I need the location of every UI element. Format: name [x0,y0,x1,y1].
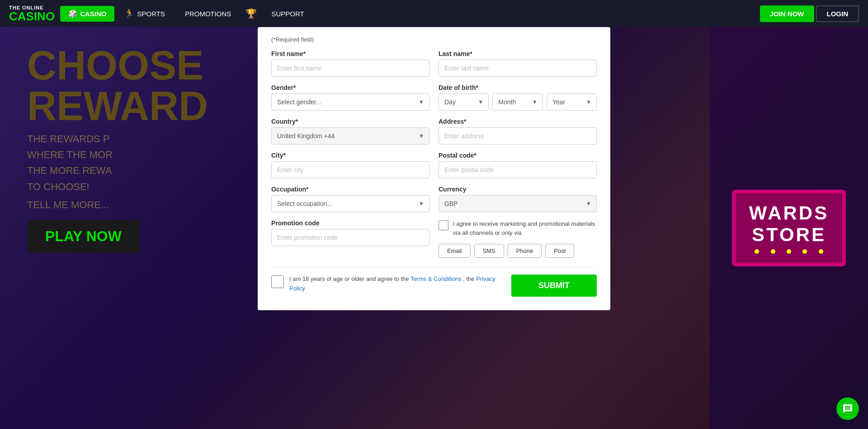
first-name-input[interactable] [271,60,429,77]
age-agreement-checkbox[interactable] [271,275,284,288]
channel-buttons: Email SMS Phone Post [439,244,597,258]
terms-conditions-link[interactable]: Terms & Conditions [410,275,463,282]
gender-group: Gender* Select gender... Male Female Oth… [271,84,429,111]
email-channel-button[interactable]: Email [439,244,471,258]
support-nav-link[interactable]: SUPPORT [261,10,314,18]
navigation: THE ONLINE CASINO 🎲 CASINO 🏃 SPORTS PROM… [0,0,868,27]
marketing-group: I agree to receive marketing and promoti… [439,219,597,258]
first-name-label: First name* [271,50,429,57]
promotion-code-input[interactable] [271,229,429,246]
first-name-group: First name* [271,50,429,77]
dob-year-select[interactable]: Year [547,93,597,111]
occupation-select-wrapper: Select occupation... Employed Self-emplo… [271,195,429,212]
promo-marketing-row: Promotion code I agree to receive market… [271,219,597,258]
last-name-input[interactable] [439,60,597,77]
gender-dob-row: Gender* Select gender... Male Female Oth… [271,84,597,111]
login-button[interactable]: LOGIN [816,5,859,22]
required-note: (*Required field) [271,36,597,43]
currency-group: Currency GBP USD EUR ▼ [439,186,597,212]
gender-label: Gender* [271,84,429,91]
sms-channel-button[interactable]: SMS [474,244,504,258]
dob-selects: Day ▼ Month ▼ Year ▼ [439,93,597,111]
dob-month-select[interactable]: Month [492,93,542,111]
dob-group: Date of birth* Day ▼ Month ▼ [439,84,597,111]
last-name-label: Last name* [439,50,597,57]
name-row: First name* Last name* [271,50,597,77]
phone-channel-button[interactable]: Phone [508,244,542,258]
casino-nav-label: CASINO [80,10,106,18]
age-agreement-text: I am 18 years of age or older and agree … [289,275,502,294]
age-agreement-wrapper: I am 18 years of age or older and agree … [271,275,502,294]
trophy-icon[interactable]: 🏆 [241,8,261,19]
promotion-code-group: Promotion code [271,219,429,258]
occupation-group: Occupation* Select occupation... Employe… [271,186,429,212]
postal-code-input[interactable] [439,161,597,178]
submit-button[interactable]: SUBMIT [511,275,597,297]
currency-select-wrapper: GBP USD EUR ▼ [439,195,597,212]
dob-year-wrapper: Year ▼ [547,93,597,111]
modal-overlay: (*Required field) First name* Last name*… [0,27,868,429]
address-label: Address* [439,118,597,125]
gender-select-wrapper: Select gender... Male Female Other ▼ [271,93,429,111]
logo-bottom: CASINO [9,10,55,22]
post-channel-button[interactable]: Post [545,244,574,258]
city-postal-row: City* Postal code* [271,152,597,178]
country-label: Country* [271,118,429,125]
gender-select[interactable]: Select gender... Male Female Other [271,93,429,111]
dob-month-wrapper: Month ▼ [492,93,542,111]
country-select-wrapper: United Kingdom +44 ▼ [271,127,429,145]
currency-select[interactable]: GBP USD EUR [439,195,597,212]
bottom-section: I am 18 years of age or older and agree … [271,267,597,297]
address-input[interactable] [439,127,597,145]
sports-icon: 🏃 [124,9,134,19]
occupation-currency-row: Occupation* Select occupation... Employe… [271,186,597,212]
occupation-select[interactable]: Select occupation... Employed Self-emplo… [271,195,429,212]
currency-label: Currency [439,186,597,193]
sports-nav-link[interactable]: 🏃 SPORTS [114,9,175,19]
dice-icon: 🎲 [68,9,77,18]
logo: THE ONLINE CASINO [9,5,55,22]
city-group: City* [271,152,429,178]
last-name-group: Last name* [439,50,597,77]
promotion-code-label: Promotion code [271,219,429,227]
country-select[interactable]: United Kingdom +44 [271,127,429,145]
marketing-text: I agree to receive marketing and promoti… [453,219,597,237]
address-group: Address* [439,118,597,145]
dob-day-select[interactable]: Day [439,93,489,111]
casino-nav-button[interactable]: 🎲 CASINO [60,6,114,22]
city-input[interactable] [271,161,429,178]
marketing-checkbox[interactable] [439,220,448,230]
dob-label: Date of birth* [439,84,597,91]
city-label: City* [271,152,429,159]
chat-bubble-button[interactable] [836,397,859,420]
join-now-button[interactable]: JOIN NOW [760,5,814,22]
chat-icon [842,403,853,414]
promotions-nav-link[interactable]: PROMOTIONS [175,10,241,18]
country-group: Country* United Kingdom +44 ▼ [271,118,429,145]
postal-code-group: Postal code* [439,152,597,178]
postal-code-label: Postal code* [439,152,597,159]
marketing-consent-row: I agree to receive marketing and promoti… [439,219,597,237]
occupation-label: Occupation* [271,186,429,193]
dob-day-wrapper: Day ▼ [439,93,489,111]
registration-modal: (*Required field) First name* Last name*… [258,27,610,310]
country-address-row: Country* United Kingdom +44 ▼ Address* [271,118,597,145]
